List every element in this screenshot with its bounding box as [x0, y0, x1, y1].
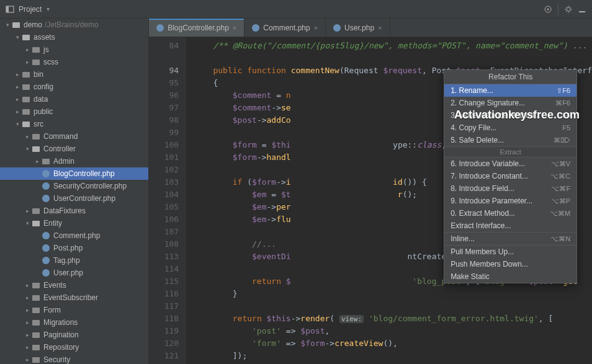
line-number[interactable]: 97 [149, 102, 179, 114]
line-number[interactable]: 99 [149, 127, 179, 139]
tree-arrow-icon[interactable]: ▸ [24, 208, 31, 214]
tree-row-blogcontroller-php[interactable]: BlogController.php [0, 167, 148, 180]
code-line[interactable] [194, 52, 592, 64]
code-line[interactable]: return $this->render( view: 'blog/commen… [194, 313, 592, 325]
tree-row-user-php[interactable]: User.php [0, 267, 148, 279]
line-number[interactable]: 121 [149, 350, 179, 362]
menu-item-6-introduce-variable-[interactable]: 6. Introduce Variable...⌥⌘V [444, 158, 576, 170]
menu-item-7-introduce-constant-[interactable]: 7. Introduce Constant...⌥⌘C [444, 170, 576, 182]
line-number[interactable]: 102 [149, 164, 179, 176]
line-number[interactable]: 113 [149, 251, 179, 263]
chevron-down-icon[interactable]: ▾ [47, 6, 50, 12]
line-number[interactable] [149, 52, 179, 64]
tree-arrow-icon[interactable]: ▸ [14, 96, 21, 102]
tree-arrow-icon[interactable]: ▾ [24, 146, 31, 152]
menu-item-inline-[interactable]: Inline...⌥⌘N [444, 233, 576, 245]
tree-row-bin[interactable]: ▸bin [0, 68, 148, 81]
menu-item-4-copy-file-[interactable]: 4. Copy File...F5 [444, 122, 576, 134]
line-number[interactable]: 106 [149, 213, 179, 226]
line-number[interactable]: 114 [149, 263, 179, 275]
tree-row-events[interactable]: ▸Events [0, 279, 148, 291]
tree-arrow-icon[interactable]: ▸ [24, 307, 31, 313]
project-label[interactable]: Project [19, 5, 42, 14]
tree-row-securitycontroller-php[interactable]: SecurityController.php [0, 180, 148, 192]
tree-arrow-icon[interactable]: ▾ [24, 220, 31, 226]
tree-row-data[interactable]: ▸data [0, 93, 148, 105]
close-icon[interactable]: × [378, 24, 382, 32]
code-line[interactable]: 'form' => $form->createView(), [194, 337, 592, 350]
menu-item-pull-members-up-[interactable]: Pull Members Up... [444, 246, 576, 258]
tree-row-src[interactable]: ▾src [0, 118, 148, 130]
code-line[interactable]: ]); [194, 350, 592, 362]
gear-icon[interactable] [563, 4, 573, 14]
tree-arrow-icon[interactable]: ▸ [24, 344, 31, 350]
code-line[interactable]: 'post' => $post, [194, 325, 592, 337]
line-number[interactable]: 104 [149, 189, 179, 201]
menu-item-extract-interface-[interactable]: Extract Interface... [444, 220, 576, 232]
line-number[interactable]: 105 [149, 201, 179, 213]
project-tool-icon[interactable] [5, 4, 15, 14]
target-icon[interactable] [543, 4, 553, 14]
tree-row-demo[interactable]: ▾demo/JetBrains/demo [0, 19, 148, 31]
tree-row-entity[interactable]: ▾Entity [0, 217, 148, 229]
line-number[interactable]: 95 [149, 77, 179, 89]
tree-row-datafixtures[interactable]: ▸DataFixtures [0, 205, 148, 217]
tree-arrow-icon[interactable]: ▸ [24, 319, 31, 326]
tree-arrow-icon[interactable]: ▾ [4, 22, 11, 28]
close-icon[interactable]: × [233, 24, 236, 32]
tree-row-admin[interactable]: ▸Admin [0, 155, 148, 167]
tree-arrow-icon[interactable]: ▸ [24, 282, 31, 288]
tree-arrow-icon[interactable]: ▸ [34, 158, 41, 164]
tree-arrow-icon[interactable]: ▸ [24, 47, 31, 53]
tree-row-scss[interactable]: ▸scss [0, 56, 148, 68]
menu-item-push-members-down-[interactable]: Push Members Down... [444, 258, 576, 270]
menu-item-make-static[interactable]: Make Static [444, 270, 576, 283]
line-number[interactable]: 108 [149, 238, 179, 251]
menu-item-9-introduce-parameter-[interactable]: 9. Introduce Parameter...⌥⌘P [444, 195, 576, 207]
tree-row-assets[interactable]: ▾assets [0, 31, 148, 43]
line-number[interactable]: 101 [149, 151, 179, 164]
line-number[interactable]: 116 [149, 288, 179, 300]
tree-arrow-icon[interactable]: ▸ [14, 109, 21, 115]
tree-arrow-icon[interactable]: ▸ [24, 357, 31, 363]
line-number[interactable]: 100 [149, 139, 179, 151]
tab-user-php[interactable]: User.php× [326, 19, 390, 37]
menu-item-1-rename-[interactable]: 1. Rename...⇧F6 [444, 84, 576, 97]
tree-row-migrations[interactable]: ▸Migrations [0, 316, 148, 329]
tree-row-public[interactable]: ▸public [0, 105, 148, 118]
tree-row-eventsubscriber[interactable]: ▸EventSubscriber [0, 291, 148, 304]
tree-row-pagination[interactable]: ▸Pagination [0, 329, 148, 341]
line-number[interactable]: 103 [149, 176, 179, 189]
tree-row-controller[interactable]: ▾Controller [0, 143, 148, 155]
menu-item-5-safe-delete-[interactable]: 5. Safe Delete...⌘⌦ [444, 134, 576, 146]
line-number[interactable]: 120 [149, 337, 179, 350]
line-number[interactable]: 119 [149, 325, 179, 337]
line-number[interactable]: 118 [149, 313, 179, 325]
menu-item-2-change-signature-[interactable]: 2. Change Signature...⌘F6 [444, 97, 576, 109]
tree-arrow-icon[interactable]: ▸ [24, 332, 31, 338]
line-number[interactable]: 96 [149, 89, 179, 102]
tree-row-tag-php[interactable]: Tag.php [0, 254, 148, 267]
code-line[interactable]: } [194, 288, 592, 300]
line-number[interactable]: 98 [149, 114, 179, 127]
tree-arrow-icon[interactable]: ▸ [24, 133, 31, 140]
tree-row-security[interactable]: ▸Security [0, 353, 148, 364]
minimize-icon[interactable] [577, 4, 587, 14]
line-number[interactable]: 94 [149, 64, 179, 77]
line-number[interactable]: 115 [149, 275, 179, 288]
tree-arrow-icon[interactable]: ▾ [14, 34, 21, 40]
code-line[interactable] [194, 300, 592, 313]
line-number[interactable]: 84 [149, 40, 179, 52]
tree-row-post-php[interactable]: Post.php [0, 242, 148, 254]
tree-arrow-icon[interactable]: ▾ [14, 121, 21, 127]
line-number[interactable]: 117 [149, 300, 179, 313]
code-line[interactable]: /** @Route("/comment/{postSlug}/new", me… [194, 40, 592, 52]
tree-row-usercontroller-php[interactable]: UserController.php [0, 192, 148, 205]
menu-item-8-introduce-field-[interactable]: 8. Introduce Field...⌥⌘F [444, 182, 576, 195]
tab-comment-php[interactable]: Comment.php× [244, 19, 326, 37]
tree-row-form[interactable]: ▸Form [0, 304, 148, 316]
tree-arrow-icon[interactable]: ▸ [24, 295, 31, 301]
tree-arrow-icon[interactable]: ▸ [24, 59, 31, 65]
tree-arrow-icon[interactable]: ▸ [14, 84, 21, 90]
tree-row-repository[interactable]: ▸Repository [0, 341, 148, 353]
